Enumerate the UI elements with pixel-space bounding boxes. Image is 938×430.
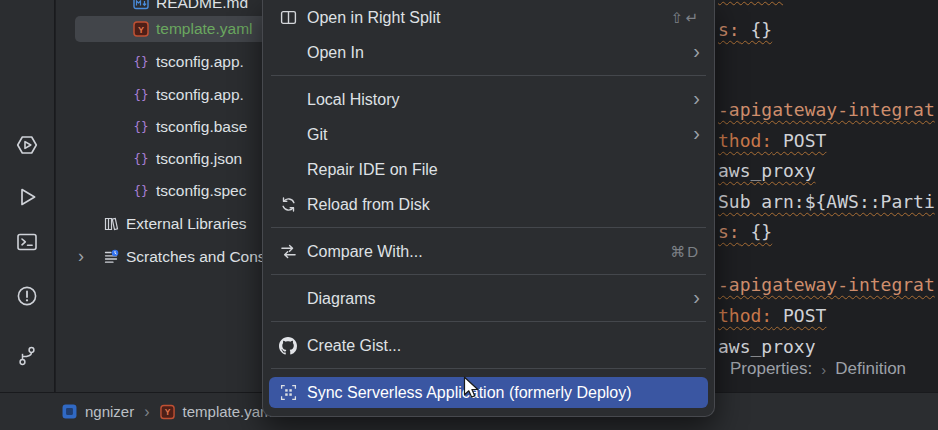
code-line: s: {}: [718, 17, 772, 43]
braces-icon: {}: [133, 151, 149, 167]
no-icon: [278, 43, 298, 63]
submenu-arrow-icon: ›: [693, 41, 700, 64]
scratches-icon: [103, 249, 119, 265]
code-line: -apigateway-integrat: [718, 272, 935, 298]
github-icon: [278, 336, 298, 356]
svg-text:{}: {}: [133, 183, 148, 198]
braces-icon: {}: [133, 87, 149, 103]
menu-item-shortcut: ⌘D: [670, 243, 700, 261]
menu-item-shortcut: ⇧↵: [671, 9, 700, 27]
tree-item-label: README.md: [156, 0, 248, 12]
svg-text:{}: {}: [133, 87, 148, 102]
menu-item-repair-ide-on-file[interactable]: Repair IDE on File: [263, 152, 714, 187]
compare-icon: [278, 242, 298, 262]
no-icon: [278, 160, 298, 180]
editor-collapsed-region[interactable]: Properties: › Definition: [730, 359, 906, 379]
yaml-icon: Y: [160, 404, 175, 419]
menu-item-create-gist[interactable]: Create Gist...: [263, 328, 714, 363]
project-icon: [62, 404, 77, 419]
split-right-icon: [278, 8, 298, 28]
menu-item-label: Local History: [307, 91, 399, 109]
context-menu: Open in Right Split⇧↵Open In›Local Histo…: [262, 0, 715, 417]
code-line: thod: POST: [718, 303, 826, 329]
tree-item-label: tsconfig.app.: [156, 86, 244, 104]
svg-text:{}: {}: [133, 119, 148, 134]
terminal-icon[interactable]: [14, 229, 40, 255]
submenu-arrow-icon: ›: [693, 88, 700, 111]
svg-text:{}: {}: [133, 151, 148, 166]
tree-item-label: External Libraries: [126, 215, 247, 233]
yaml-icon: Y: [133, 21, 149, 37]
menu-item-open-in-right-split[interactable]: Open in Right Split⇧↵: [263, 0, 714, 35]
run-icon[interactable]: [14, 184, 40, 210]
code-line: Sub arn:${AWS::Parti: [718, 189, 935, 215]
breadcrumb-project[interactable]: ngnizer: [85, 403, 134, 420]
tool-window-strip: [0, 0, 55, 392]
code-line: aws_proxy: [718, 334, 816, 360]
services-icon[interactable]: [14, 132, 40, 158]
tree-item-label: tsconfig.spec: [156, 182, 246, 200]
svg-text:Y: Y: [164, 407, 170, 417]
chevron-right-icon: ›: [821, 361, 826, 378]
markdown-icon: [133, 0, 149, 11]
menu-separator: [271, 227, 706, 228]
svg-text:Y: Y: [138, 25, 144, 35]
menu-item-label: Open In: [307, 44, 364, 62]
library-icon: [103, 216, 119, 232]
menu-item-reload-from-disk[interactable]: Reload from Disk: [263, 187, 714, 222]
fold-key-label: Properties:: [730, 359, 812, 379]
menu-separator: [271, 75, 706, 76]
braces-icon: {}: [133, 54, 149, 70]
code-line: s: {}: [718, 219, 772, 245]
fold-value-label: Definition: [835, 359, 906, 379]
code-line: [718, 0, 783, 4]
no-icon: [278, 125, 298, 145]
menu-item-label: Git: [307, 126, 327, 144]
code-line: aws_proxy: [718, 158, 816, 184]
menu-item-compare-with[interactable]: Compare With...⌘D: [263, 234, 714, 269]
menu-item-local-history[interactable]: Local History›: [263, 82, 714, 117]
editor-pane[interactable]: s: {}-apigateway-integratthod: POSTaws_p…: [716, 0, 938, 392]
reload-icon: [278, 195, 298, 215]
problems-icon[interactable]: [14, 283, 40, 309]
code-line: -apigateway-integrat: [718, 97, 935, 123]
chevron-right-icon[interactable]: ›: [78, 247, 84, 265]
svg-text:{}: {}: [133, 54, 148, 69]
tree-item-label: tsconfig.base: [156, 118, 247, 136]
ide-window: README.mdYtemplate.yaml{}tsconfig.app.{}…: [0, 0, 938, 430]
version-control-icon[interactable]: [14, 343, 40, 369]
menu-item-label: Open in Right Split: [307, 9, 440, 27]
menu-separator: [271, 274, 706, 275]
menu-separator: [271, 321, 706, 322]
braces-icon: {}: [133, 119, 149, 135]
no-icon: [278, 90, 298, 110]
sam-sync-icon: [278, 383, 298, 403]
menu-item-label: Create Gist...: [307, 337, 401, 355]
menu-item-diagrams[interactable]: Diagrams›: [263, 281, 714, 316]
submenu-arrow-icon: ›: [693, 287, 700, 310]
menu-item-label: Compare With...: [307, 243, 423, 261]
menu-separator: [271, 368, 706, 369]
menu-item-label: Repair IDE on File: [307, 161, 438, 179]
code-line: thod: POST: [718, 128, 826, 154]
tree-item-label: tsconfig.app.: [156, 53, 244, 71]
menu-item-sync-serverless-application-formerly-deploy[interactable]: Sync Serverless Application (formerly De…: [263, 375, 714, 410]
menu-item-label: Sync Serverless Application (formerly De…: [307, 384, 632, 402]
menu-item-git[interactable]: Git›: [263, 117, 714, 152]
tree-item-label: template.yaml: [156, 20, 252, 38]
tree-item-label: tsconfig.json: [156, 150, 242, 168]
braces-icon: {}: [133, 183, 149, 199]
submenu-arrow-icon: ›: [693, 123, 700, 146]
menu-item-label: Reload from Disk: [307, 196, 430, 214]
menu-item-label: Diagrams: [307, 290, 375, 308]
chevron-right-icon: ›: [142, 403, 151, 421]
no-icon: [278, 289, 298, 309]
menu-item-open-in[interactable]: Open In›: [263, 35, 714, 70]
